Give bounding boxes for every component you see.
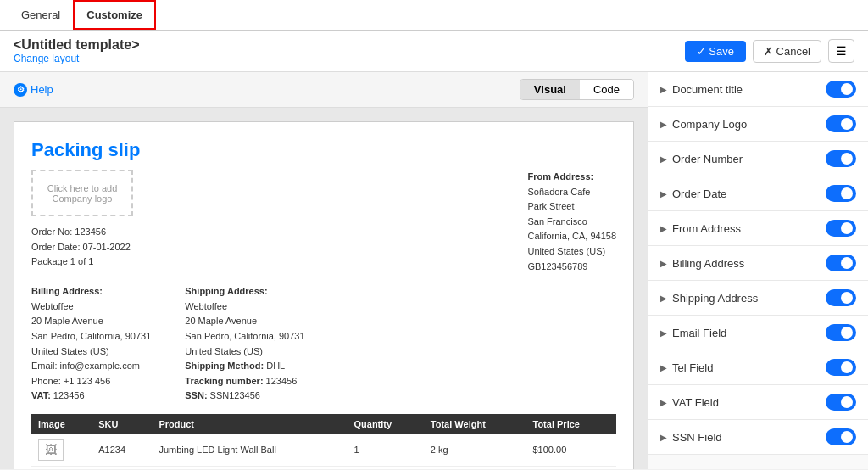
page-header: <Untitled template> Change layout ✓ Save… — [0, 31, 868, 72]
cancel-button[interactable]: ✗ Cancel — [753, 40, 821, 63]
sidebar-item-from-address[interactable]: ▶ From Address — [648, 211, 868, 246]
table-row: 🖼 A1234 Jumbing LED Light Wall Ball 1 2 … — [31, 434, 616, 467]
tab-code[interactable]: Code — [580, 80, 633, 99]
sidebar-label-from-address: From Address — [672, 222, 741, 235]
sidebar-label-email-field: Email Field — [672, 327, 726, 339]
right-sidebar: ▶ Document title ▶ Company Logo ▶ Order … — [648, 72, 868, 469]
sidebar-item-document-title[interactable]: ▶ Document title — [648, 72, 868, 107]
chevron-icon: ▶ — [660, 224, 667, 233]
chevron-icon: ▶ — [660, 363, 667, 372]
chevron-icon: ▶ — [660, 154, 667, 164]
col-image: Image — [31, 414, 92, 434]
chevron-icon: ▶ — [660, 294, 667, 303]
save-button[interactable]: ✓ Save — [685, 41, 746, 62]
main-area: ⚙ Help Visual Code Packing slip Click he… — [0, 72, 868, 469]
sidebar-label-shipping-address: Shipping Address — [672, 292, 758, 305]
sidebar-label-ssn-field: SSN Field — [672, 431, 722, 444]
order-table: Image SKU Product Quantity Total Weight … — [31, 414, 616, 467]
sidebar-item-vat-field[interactable]: ▶ VAT Field — [648, 385, 868, 420]
chevron-icon: ▶ — [660, 85, 667, 94]
menu-button[interactable]: ☰ — [828, 39, 854, 63]
sidebar-label-tel-field: Tel Field — [672, 361, 713, 374]
top-nav: General Customize — [0, 0, 868, 31]
chevron-icon: ▶ — [660, 120, 667, 129]
sidebar-label-vat-field: VAT Field — [672, 396, 719, 409]
product-image: 🖼 — [38, 439, 64, 461]
sidebar-label-order-number: Order Number — [672, 153, 743, 165]
chevron-icon: ▶ — [660, 328, 667, 338]
document-preview: Packing slip Click here to add Company l… — [14, 121, 634, 469]
toggle-billing-address[interactable] — [826, 255, 856, 271]
col-quantity: Quantity — [348, 414, 424, 434]
order-info: Order No: 123456 Order Date: 07-01-2022 … — [31, 225, 133, 270]
doc-left: Click here to add Company logo Order No:… — [31, 170, 133, 274]
sidebar-label-document-title: Document title — [672, 83, 743, 96]
logo-placeholder[interactable]: Click here to add Company logo — [31, 170, 133, 216]
toggle-company-logo[interactable] — [826, 115, 856, 132]
sidebar-item-ssn-field[interactable]: ▶ SSN Field — [648, 420, 868, 455]
chevron-icon: ▶ — [660, 189, 667, 199]
header-left: <Untitled template> Change layout — [14, 37, 139, 64]
sidebar-item-shipping-address[interactable]: ▶ Shipping Address — [648, 281, 868, 316]
sidebar-item-company-logo[interactable]: ▶ Company Logo — [648, 107, 868, 142]
billing-address: Billing Address: Webtoffee 20 Maple Aven… — [31, 284, 151, 404]
help-label: Help — [31, 83, 53, 96]
tab-customize[interactable]: Customize — [73, 0, 156, 30]
header-right: ✓ Save ✗ Cancel ☰ — [685, 39, 854, 63]
toggle-order-date[interactable] — [826, 185, 856, 202]
toggle-ssn-field[interactable] — [826, 428, 856, 445]
sidebar-label-billing-address: Billing Address — [672, 257, 744, 270]
col-weight: Total Weight — [424, 414, 526, 434]
from-address: From Address: Soñadora Cafe Park Street … — [527, 170, 616, 274]
toggle-from-address[interactable] — [826, 220, 856, 237]
toggle-shipping-address[interactable] — [826, 289, 856, 306]
content-area: ⚙ Help Visual Code Packing slip Click he… — [0, 72, 648, 469]
sidebar-item-email-field[interactable]: ▶ Email Field — [648, 316, 868, 350]
sidebar-item-order-date[interactable]: ▶ Order Date — [648, 176, 868, 211]
sidebar-item-tel-field[interactable]: ▶ Tel Field — [648, 350, 868, 385]
col-product: Product — [152, 414, 347, 434]
chevron-icon: ▶ — [660, 259, 667, 268]
view-tabs: Visual Code — [520, 79, 634, 100]
doc-header-row: Click here to add Company logo Order No:… — [31, 170, 616, 274]
col-price: Total Price — [526, 414, 617, 434]
shipping-address: Shipping Address: Webtoffee 20 Maple Ave… — [185, 284, 304, 404]
toggle-document-title[interactable] — [826, 81, 856, 98]
toggle-vat-field[interactable] — [826, 394, 856, 411]
tab-general[interactable]: General — [8, 1, 73, 29]
col-sku: SKU — [92, 414, 152, 434]
chevron-icon: ▶ — [660, 398, 667, 407]
sidebar-label-order-date: Order Date — [672, 187, 726, 200]
toggle-email-field[interactable] — [826, 324, 856, 341]
tab-visual[interactable]: Visual — [520, 80, 580, 99]
address-row: Billing Address: Webtoffee 20 Maple Aven… — [31, 284, 616, 404]
toggle-tel-field[interactable] — [826, 359, 856, 376]
sidebar-label-company-logo: Company Logo — [672, 118, 747, 131]
help-link[interactable]: ⚙ Help — [14, 83, 53, 97]
change-layout-link[interactable]: Change layout — [14, 53, 139, 64]
template-title: <Untitled template> — [14, 37, 139, 53]
help-icon: ⚙ — [14, 83, 27, 97]
help-bar: ⚙ Help Visual Code — [0, 72, 648, 108]
sidebar-item-billing-address[interactable]: ▶ Billing Address — [648, 246, 868, 281]
sidebar-item-order-number[interactable]: ▶ Order Number — [648, 142, 868, 176]
packing-title: Packing slip — [31, 139, 616, 161]
chevron-icon: ▶ — [660, 433, 667, 442]
toggle-order-number[interactable] — [826, 150, 856, 167]
logo-placeholder-text: Click here to add Company logo — [47, 183, 118, 204]
